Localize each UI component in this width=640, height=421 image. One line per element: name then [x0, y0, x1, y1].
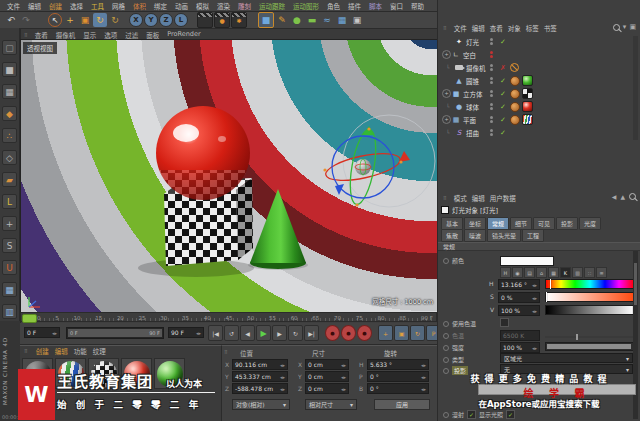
key-scale-toggle[interactable]: ▣	[394, 325, 409, 341]
焦散[interactable]: 焦散	[441, 229, 463, 242]
编辑[interactable]: 编辑	[472, 193, 485, 203]
value-slider[interactable]	[545, 305, 635, 315]
脚本[interactable]: 脚本	[365, 1, 386, 11]
end-frame-field[interactable]: 90 F ◂▸	[168, 327, 204, 338]
timeline-ruler[interactable]: 0510152025303540455055606570758085 90 F	[20, 312, 437, 322]
窗口[interactable]: 窗口	[386, 1, 407, 11]
stepper-icon[interactable]: ◂▸	[280, 386, 285, 392]
工程[interactable]: 工程	[522, 229, 544, 242]
view-label[interactable]: 透视视图	[23, 42, 57, 54]
ProRender[interactable]: ProRender	[164, 30, 203, 40]
saturation-field[interactable]: 0 %◂▸	[498, 292, 540, 303]
points-mode-button[interactable]: ∴	[2, 128, 17, 143]
噪波[interactable]: 噪波	[464, 229, 486, 242]
render-picture-viewer-button[interactable]: ●	[214, 12, 230, 28]
color-swatch[interactable]	[500, 256, 554, 266]
object-row-camera[interactable]: └ 摄像机 ✗	[440, 61, 636, 74]
animation-dot-icon[interactable]	[443, 321, 449, 327]
编辑[interactable]: 编辑	[24, 1, 45, 11]
enabled-check-icon[interactable]: ✓	[500, 77, 506, 85]
过滤[interactable]: 过滤	[122, 30, 141, 40]
object-row-plane[interactable]: + ▦ 平面 ✓	[440, 113, 636, 126]
expander-icon[interactable]: +	[442, 89, 451, 98]
角色[interactable]: 角色	[323, 1, 344, 11]
stepper-icon[interactable]: ◂▸	[532, 282, 537, 288]
雕刻[interactable]: 雕刻	[234, 1, 255, 11]
运动跟踪[interactable]: 运动跟踪	[255, 1, 289, 11]
go-to-end-button[interactable]: ▶|	[304, 325, 319, 341]
timeline-playhead[interactable]	[22, 314, 37, 323]
stepper-icon[interactable]: ◂▸	[532, 308, 537, 314]
path-icon[interactable]: ▣	[629, 23, 636, 31]
slider-compact-button[interactable]: ∷	[584, 267, 595, 278]
hue-field[interactable]: 13.166 °◂▸	[498, 279, 540, 290]
record-keyframe-button[interactable]: ●	[325, 325, 340, 341]
visibility-dots[interactable]	[490, 51, 493, 58]
mixer-button[interactable]: ▥	[572, 267, 583, 278]
previous-frame-button[interactable]: ◀	[240, 325, 255, 341]
纹理[interactable]: 纹理	[93, 346, 106, 356]
animation-dot-icon[interactable]	[443, 333, 449, 339]
add-spline-menu[interactable]: ✎	[275, 13, 289, 27]
visibility-dots[interactable]	[490, 129, 493, 136]
enabled-check-icon[interactable]: ✓	[500, 103, 506, 111]
disabled-cross-icon[interactable]: ✗	[500, 64, 506, 72]
workplane-mode-button[interactable]: ◆	[2, 106, 17, 121]
stepper-icon[interactable]: ◂▸	[196, 330, 201, 336]
工具[interactable]: 工具	[87, 1, 108, 11]
镜头光晕[interactable]: 镜头光晕	[487, 229, 521, 242]
range-handle[interactable]: 0 F 90 F	[68, 329, 162, 337]
add-subdivision-menu[interactable]: ●	[290, 13, 304, 27]
next-keyframe-button[interactable]: ↻	[288, 325, 303, 341]
lock-z-axis-button[interactable]: Z	[159, 13, 173, 27]
stepper-icon[interactable]: ◂▸	[421, 386, 426, 392]
add-camera-menu[interactable]: ▣	[350, 13, 364, 27]
last-used-tool[interactable]: ↻	[108, 13, 122, 27]
material-tag-red[interactable]	[522, 101, 533, 112]
picker-button[interactable]: ⌂	[536, 267, 547, 278]
stepper-icon[interactable]: ◂▸	[532, 345, 537, 351]
coordinate-mode-select[interactable]: 对象(相对)▾	[232, 399, 290, 410]
saturation-slider[interactable]	[545, 292, 635, 302]
add-field-menu[interactable]: ≈	[320, 13, 334, 27]
模式[interactable]: 模式	[454, 193, 467, 203]
创建[interactable]: 创建	[36, 346, 49, 356]
lock-workplane-button[interactable]: ▥	[2, 304, 17, 319]
stepper-icon[interactable]: ◂▸	[421, 362, 426, 368]
stepper-icon[interactable]: ◂▸	[52, 330, 57, 336]
visibility-dots[interactable]	[490, 116, 493, 123]
model-mode-button[interactable]: ■	[2, 62, 17, 77]
visibility-dots[interactable]	[490, 64, 493, 71]
stepper-icon[interactable]: ◂▸	[280, 362, 285, 368]
对象[interactable]: 对象	[508, 23, 521, 33]
use-temperature-checkbox[interactable]	[500, 318, 509, 327]
position-x-field[interactable]: 90.116 cm◂▸	[232, 359, 288, 370]
网格[interactable]: 网格	[108, 1, 129, 11]
visibility-dots[interactable]	[490, 38, 493, 45]
enabled-check-icon[interactable]: ✓	[500, 116, 506, 124]
material-tag-checker[interactable]	[522, 88, 533, 99]
light-type-select[interactable]: 区域光▾	[500, 353, 633, 363]
up-icon[interactable]: ▲	[620, 193, 625, 200]
显示[interactable]: 显示	[80, 30, 99, 40]
stepper-icon[interactable]: ◂▸	[421, 374, 426, 380]
color-wheel-button[interactable]: ◉	[512, 267, 523, 278]
object-row-cube[interactable]: + ■ 立方体 ✓	[440, 87, 636, 100]
live-selection-tool[interactable]: ↖	[48, 13, 62, 27]
temperature-slider[interactable]	[545, 336, 633, 338]
enabled-check-icon[interactable]: ✓	[500, 90, 506, 98]
visibility-dots[interactable]	[490, 77, 493, 84]
stepper-icon[interactable]: ◂▸	[341, 374, 346, 380]
object-row-light[interactable]: ✦ 灯光 ✓	[440, 35, 636, 48]
search-icon[interactable]	[629, 193, 636, 200]
object-manager-scrollbar[interactable]	[633, 36, 638, 140]
stepper-icon[interactable]: ◂▸	[341, 386, 346, 392]
polygons-mode-button[interactable]: ▰	[2, 172, 17, 187]
edges-mode-button[interactable]: ◇	[2, 150, 17, 165]
enabled-check-icon[interactable]: ✓	[500, 38, 506, 46]
intensity-slider[interactable]	[545, 342, 635, 351]
current-frame-field[interactable]: 0 F ◂▸	[24, 327, 60, 338]
phong-tag-icon[interactable]	[510, 76, 520, 86]
make-editable-button[interactable]: ▢	[2, 40, 17, 55]
功能[interactable]: 功能	[74, 346, 87, 356]
